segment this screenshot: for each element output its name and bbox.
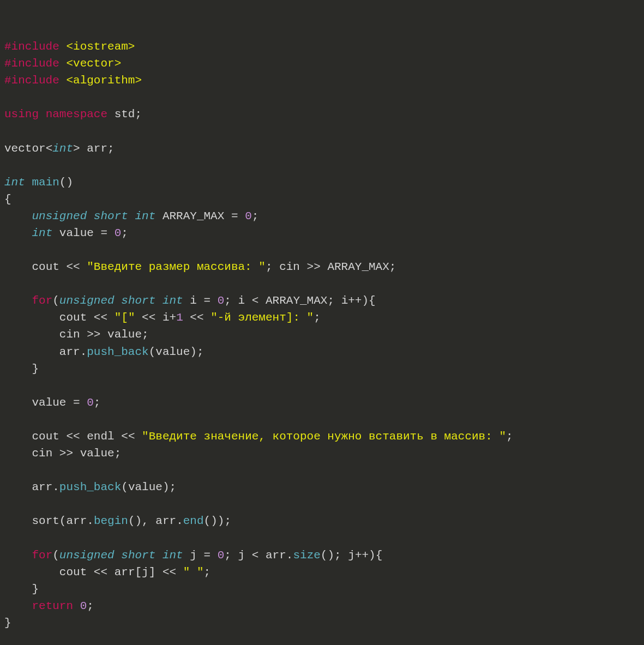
code-token: = [66, 396, 87, 409]
code-line: int value = 0; [4, 225, 640, 242]
code-line [4, 529, 640, 546]
code-line: } [4, 614, 640, 631]
code-token: cout [59, 311, 87, 324]
code-token: () [204, 515, 218, 527]
code-token: j [348, 549, 355, 562]
code-token: for [32, 294, 52, 307]
code-token: << [135, 311, 162, 324]
code-token [4, 515, 32, 527]
code-token: cin [279, 261, 300, 273]
code-token [231, 294, 238, 307]
code-token: ; [204, 566, 211, 578]
code-token: < [245, 294, 266, 307]
code-token: ( [52, 294, 59, 307]
code-token: j [238, 549, 245, 562]
code-token: value [32, 396, 66, 409]
code-token: 0 [115, 227, 122, 239]
code-token [80, 142, 87, 155]
code-token: << [87, 311, 114, 324]
code-token: "-й элемент]: " [210, 311, 314, 324]
code-token: . [176, 515, 183, 527]
code-token: << [59, 430, 87, 443]
code-token: arr [32, 481, 52, 493]
code-token: ); [190, 346, 203, 358]
code-token [4, 261, 32, 273]
code-token: >> [52, 447, 80, 460]
code-token [4, 396, 32, 409]
code-token: 0 [245, 210, 252, 222]
code-token: . [80, 346, 87, 358]
code-token [231, 549, 238, 562]
code-token: << [183, 311, 210, 324]
code-token: ; [327, 294, 334, 307]
code-token: j [190, 549, 197, 562]
code-line [4, 157, 640, 174]
code-token [4, 346, 59, 358]
code-token: ; [266, 261, 273, 273]
code-token [334, 294, 341, 307]
code-token: sort [32, 515, 59, 527]
code-token: + [170, 311, 177, 324]
code-token [87, 210, 94, 222]
code-token: <iostream> [66, 40, 135, 53]
code-token: 0 [218, 294, 225, 307]
code-block: { "code": { "lines": [ [ {"cls":"c-pre",… [0, 0, 644, 645]
code-token [4, 227, 32, 239]
code-token: push_back [87, 346, 148, 358]
code-token: <vector> [66, 57, 121, 70]
code-token: std [115, 108, 135, 120]
code-token: short [121, 549, 155, 562]
code-token: ); [162, 481, 176, 493]
code-token: << [155, 566, 183, 578]
code-token: begin [94, 515, 128, 527]
code-token [4, 430, 32, 443]
code-token: #include [4, 57, 59, 70]
code-token: end [183, 515, 204, 527]
code-token [155, 549, 162, 562]
code-token [39, 108, 46, 120]
code-token: ){ [362, 294, 375, 307]
code-token: ( [121, 481, 128, 493]
code-line: for(unsigned short int j = 0; j < arr.si… [4, 547, 640, 564]
code-line: cin >> value; [4, 445, 640, 462]
code-token: cout [32, 261, 59, 273]
code-token: unsigned [59, 294, 115, 307]
code-token: main [32, 176, 59, 189]
code-token: #include [4, 40, 59, 53]
code-token: cin [32, 447, 52, 460]
code-line: value = 0; [4, 394, 640, 411]
code-token [4, 583, 32, 595]
code-line: using namespace std; [4, 106, 640, 123]
code-token [149, 515, 156, 527]
code-token [4, 447, 32, 460]
code-token: < [46, 142, 53, 155]
code-line: cout << "[" << i+1 << "-й элемент]: "; [4, 309, 640, 326]
code-token: ; [142, 328, 149, 341]
code-token: unsigned [59, 549, 115, 562]
code-token: < [245, 549, 266, 562]
code-line [4, 123, 640, 140]
code-token: arr [66, 515, 87, 527]
code-token: = [94, 227, 115, 239]
code-line [4, 496, 640, 513]
code-token: ( [52, 549, 59, 562]
code-token: = [197, 549, 218, 562]
code-token: ; [252, 210, 259, 222]
code-token [4, 481, 32, 493]
code-token [4, 600, 32, 612]
code-token: "Введите значение, которое нужно вставит… [142, 430, 506, 443]
code-token [183, 549, 190, 562]
code-token [4, 328, 59, 341]
code-token: value [107, 328, 142, 341]
code-token: "[" [115, 311, 135, 324]
code-token: () [321, 549, 334, 562]
code-line: cout << "Введите размер массива: "; cin … [4, 258, 640, 275]
code-token: value [59, 227, 94, 239]
code-token [4, 311, 59, 324]
code-token: ; [107, 142, 115, 155]
code-token: ARRAY_MAX [266, 294, 327, 307]
code-token: ; [314, 311, 321, 324]
code-token [52, 227, 59, 239]
code-token [73, 600, 80, 612]
code-line: #include <algorithm> [4, 72, 640, 89]
